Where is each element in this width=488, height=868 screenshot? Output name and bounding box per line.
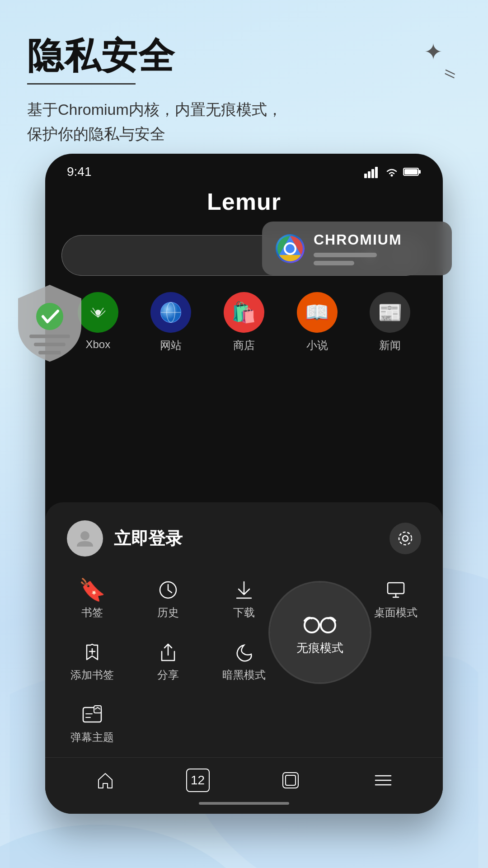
title-underline [27, 83, 136, 85]
nav-tabs[interactable]: 12 [184, 767, 211, 794]
store-emoji: 🛍️ [231, 301, 256, 324]
menu-share[interactable]: 分享 [130, 632, 206, 695]
menu-bookmark[interactable]: 🔖 书签 [54, 570, 130, 632]
novel-emoji: 📖 [305, 301, 329, 324]
quick-links: Xbox [61, 292, 427, 353]
news-label: 新闻 [379, 338, 401, 353]
phone-nav: 12 [45, 757, 443, 798]
novel-label: 小说 [306, 338, 328, 353]
xbox-label: Xbox [85, 338, 110, 351]
svg-rect-42 [286, 775, 296, 785]
signal-icon [364, 165, 380, 178]
sparkle-icon-1: ✦ [424, 41, 443, 63]
menu-desktop-mode[interactable]: 桌面模式 [358, 570, 434, 632]
time-display: 9:41 [67, 165, 92, 179]
svg-rect-5 [38, 351, 61, 354]
glasses-icon [302, 609, 338, 637]
quick-link-website[interactable]: 网站 [139, 292, 203, 353]
menu-grid: 🔖 书签 历史 下载 [45, 570, 443, 757]
menu-dark-mode[interactable]: 暗黑模式 [206, 632, 282, 695]
desktop-icon [385, 579, 407, 601]
share-label: 分享 [157, 668, 179, 682]
share-icon [157, 642, 179, 663]
tab-count: 12 [186, 769, 210, 792]
incognito-circle: 无痕模式 [270, 583, 370, 682]
svg-point-30 [305, 618, 319, 632]
tab-count-text: 12 [191, 773, 205, 788]
svg-rect-13 [404, 169, 418, 175]
user-avatar-icon [75, 528, 95, 548]
svg-point-2 [36, 303, 63, 330]
battery-icon [403, 167, 421, 177]
chromium-icon [276, 234, 305, 263]
svg-point-25 [403, 536, 408, 541]
desktop-label: 桌面模式 [374, 605, 418, 620]
home-nav-icon [96, 771, 115, 790]
user-row: 立即登录 [45, 516, 443, 570]
bookmark-label: 书签 [81, 605, 103, 620]
svg-point-31 [321, 618, 335, 632]
nav-home[interactable] [92, 767, 119, 794]
quick-link-store[interactable]: 🛍️ 商店 [212, 292, 276, 353]
history-icon [157, 579, 179, 601]
svg-rect-6 [364, 174, 367, 178]
svg-rect-9 [375, 167, 378, 178]
wifi-icon [385, 166, 399, 177]
nav-menu[interactable] [370, 767, 397, 794]
quick-link-novel[interactable]: 📖 小说 [285, 292, 349, 353]
svg-point-10 [391, 175, 393, 177]
svg-point-17 [95, 310, 101, 315]
home-indicator [199, 802, 289, 805]
subtitle: 基于Chromium内核，内置无痕模式，保护你的隐私与安全 [27, 97, 461, 146]
chromium-bar1 [314, 253, 377, 257]
dark-mode-label: 暗黑模式 [222, 668, 266, 682]
status-icons [364, 165, 421, 178]
danmu-label: 弹幕主题 [70, 730, 114, 745]
dark-mode-icon [233, 642, 255, 663]
nav-panel[interactable] [277, 767, 304, 794]
chromium-bar2 [314, 261, 354, 265]
svg-point-1 [0, 825, 270, 868]
add-bookmark-icon [81, 642, 103, 663]
store-icon-bg: 🛍️ [224, 292, 264, 333]
download-label: 下载 [233, 605, 255, 620]
shield-icon [14, 280, 86, 366]
login-label[interactable]: 立即登录 [114, 527, 183, 550]
website-label: 网站 [160, 338, 182, 353]
menu-incognito[interactable]: 无痕模式 [282, 570, 358, 695]
chromium-title: CHROMIUM [314, 231, 438, 248]
chromium-text-area: CHROMIUM [314, 231, 438, 265]
header-section: 隐私安全 基于Chromium内核，内置无痕模式，保护你的隐私与安全 [27, 36, 461, 146]
download-icon [233, 579, 255, 601]
user-left: 立即登录 [67, 520, 183, 557]
menu-danmu[interactable]: 弹幕主题 [54, 695, 130, 757]
main-title: 隐私安全 [27, 36, 461, 76]
bottom-sheet: 立即登录 🔖 书签 历史 [45, 502, 443, 814]
history-label: 历史 [157, 605, 179, 620]
svg-rect-3 [29, 335, 70, 338]
svg-rect-12 [418, 170, 421, 174]
bookmark-icon: 🔖 [79, 579, 106, 601]
menu-add-bookmark[interactable]: 添加书签 [54, 632, 130, 695]
svg-rect-8 [371, 169, 374, 178]
browser-logo: Lemur [45, 188, 443, 215]
settings-button[interactable] [389, 523, 421, 554]
svg-point-24 [80, 531, 89, 540]
website-icon-bg [150, 292, 191, 333]
incognito-label: 无痕模式 [296, 640, 343, 656]
panel-nav-icon [281, 771, 300, 790]
xbox-logo [86, 301, 110, 324]
quick-link-news[interactable]: 📰 新闻 [358, 292, 422, 353]
svg-point-49 [286, 244, 295, 253]
svg-point-26 [399, 532, 412, 545]
menu-history[interactable]: 历史 [130, 570, 206, 632]
menu-nav-icon [374, 772, 393, 788]
status-bar: 9:41 [45, 154, 443, 184]
avatar [67, 520, 103, 557]
chromium-logo [277, 235, 304, 262]
svg-rect-32 [388, 583, 404, 594]
globe-icon [159, 301, 183, 324]
add-bookmark-label: 添加书签 [70, 668, 114, 682]
news-icon-bg: 📰 [370, 292, 410, 333]
svg-rect-4 [34, 343, 66, 346]
